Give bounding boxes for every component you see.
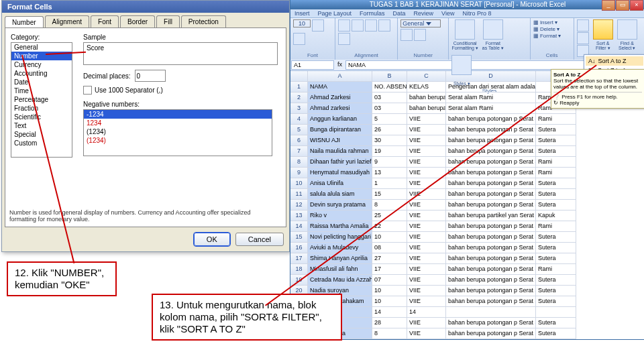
cell[interactable]: bahan berupa potongan p Serat alam <box>446 296 536 307</box>
cell[interactable]: 14 <box>407 307 446 318</box>
fontsize-box[interactable]: 10 <box>293 19 311 27</box>
ribbon-tab[interactable]: Insert <box>294 10 310 17</box>
cell[interactable]: Bunga dipirantaran <box>308 125 372 135</box>
checkbox-icon[interactable] <box>83 86 92 95</box>
cell[interactable]: 12 <box>290 200 308 210</box>
insert-button[interactable]: ▦ Insert ▾ <box>533 19 571 25</box>
conditional-formatting-icon[interactable] <box>455 19 475 40</box>
cell[interactable]: VIIE <box>407 146 446 157</box>
cell[interactable]: 11 <box>290 189 308 200</box>
merge-icon[interactable] <box>338 33 350 45</box>
cell[interactable]: Devin surya pratama <box>308 200 372 210</box>
decimal-spinner[interactable]: 0 <box>135 70 166 82</box>
cell[interactable]: B <box>372 71 407 82</box>
cell[interactable]: 6 <box>290 135 308 146</box>
cell[interactable]: 17 <box>372 264 407 275</box>
cell[interactable]: 10 <box>372 232 407 243</box>
cell[interactable]: bahan berupa potongan p Serat alam <box>446 318 536 328</box>
cell[interactable]: 4 <box>290 114 308 125</box>
cell[interactable]: WISNU AJI <box>308 135 372 146</box>
cell[interactable]: 1 <box>290 82 308 93</box>
fx-icon[interactable]: fx <box>335 60 345 70</box>
cell[interactable]: Sutera <box>536 253 576 264</box>
cell[interactable]: 18 <box>290 264 308 275</box>
cell[interactable]: 8 <box>290 157 308 168</box>
cell[interactable]: VIIE <box>407 275 446 286</box>
cell[interactable]: Serat alam Rami <box>446 93 536 103</box>
cell[interactable]: bahan berupa potongan p Serat alam <box>446 157 536 168</box>
cell-styles-icon[interactable] <box>451 55 472 75</box>
cell[interactable]: 07 <box>372 275 407 286</box>
cell[interactable]: VIIE <box>407 200 446 210</box>
fill-icon[interactable] <box>577 32 589 44</box>
cell[interactable]: 28 <box>372 318 407 328</box>
tab-font[interactable]: Font <box>91 15 119 27</box>
category-item[interactable]: Scientific <box>11 113 72 121</box>
cell[interactable]: VIIE <box>407 243 446 253</box>
category-list[interactable]: General Number Currency Accounting Date … <box>11 42 72 158</box>
negative-item[interactable]: -1234 <box>84 110 272 119</box>
cell[interactable]: bahan berupa potongan p <box>407 93 446 103</box>
cell[interactable]: Cetrada Mau ida Azzahra <box>308 275 372 286</box>
cell[interactable] <box>446 307 536 318</box>
cell[interactable]: bahan berupa potongan p Serat alam <box>446 168 536 178</box>
cell[interactable]: bahan berupa potongan p Serat alam <box>446 200 536 210</box>
cell[interactable]: 13 <box>290 210 308 221</box>
cell[interactable]: Sutera <box>536 189 576 200</box>
negative-item[interactable]: 1234 <box>84 119 272 127</box>
cell[interactable]: bahan berupa potongan p Serat alam <box>446 253 536 264</box>
cell[interactable]: VIIE <box>407 328 446 339</box>
cell[interactable]: Sutera <box>536 275 576 286</box>
cell[interactable]: Anisa Ulinifa <box>308 178 372 189</box>
cell[interactable]: Sutera <box>536 135 576 146</box>
cell[interactable]: 5 <box>372 114 407 125</box>
cell[interactable]: 15 <box>372 189 407 200</box>
bold-icon[interactable] <box>312 19 324 32</box>
tooltip-help[interactable]: ❔ Press F1 for more help. <box>553 92 642 100</box>
cell[interactable]: Sutera <box>536 296 576 307</box>
cell[interactable]: bahan berupa potongan p Serat alam <box>446 178 536 189</box>
negative-list[interactable]: -1234 1234 (1234) (1234) <box>83 109 272 156</box>
tab-border[interactable]: Border <box>120 15 155 27</box>
cell[interactable]: 14 <box>372 307 407 318</box>
minimize-button[interactable]: _ <box>602 0 615 11</box>
cell[interactable]: 03 <box>372 93 407 103</box>
cell[interactable]: 26 <box>372 125 407 135</box>
cell[interactable]: Henymatul masudiyah <box>308 168 372 178</box>
cell[interactable]: Ahmad zarkesi <box>308 103 372 114</box>
cell[interactable]: 03 <box>372 103 407 114</box>
cell[interactable]: Rami <box>536 168 576 178</box>
cell[interactable]: VIIE <box>407 210 446 221</box>
cell[interactable]: 2 <box>290 93 308 103</box>
cell[interactable]: bahan berupa potongan p Serat alam <box>446 275 536 286</box>
category-item[interactable]: Date <box>11 78 72 86</box>
cell[interactable]: NO. ABSEN <box>372 82 407 93</box>
format-as-table-icon[interactable] <box>483 19 503 40</box>
cell[interactable]: bahan berupa potongan p Serat alam <box>446 146 536 157</box>
cell[interactable]: 9 <box>372 157 407 168</box>
cell[interactable]: Ahmad Zarkesi <box>308 93 372 103</box>
ribbon-tab[interactable]: Data <box>393 10 406 17</box>
cell[interactable]: 10 <box>372 286 407 296</box>
tab-protection[interactable]: Protection <box>181 15 226 27</box>
cell[interactable]: Dihaan fathir yuri lazief fan <box>308 157 372 168</box>
category-item[interactable]: Currency <box>11 60 72 69</box>
cell[interactable]: 13 <box>372 168 407 178</box>
cell[interactable]: Rami <box>536 114 576 125</box>
cell[interactable]: Raissa Martha Amalia <box>308 221 372 232</box>
cell[interactable]: Pengertian dari serat alam adalah <box>446 82 536 93</box>
ribbon-tab[interactable]: View <box>441 10 454 17</box>
cell[interactable]: 1 <box>372 178 407 189</box>
align-icon[interactable] <box>352 19 364 32</box>
cell[interactable]: bahan berupa potongan p Serat alam <box>446 232 536 243</box>
delete-button[interactable]: ▦ Delete ▾ <box>533 26 571 32</box>
cell[interactable]: VIIE <box>407 264 446 275</box>
wrap-icon[interactable] <box>378 19 390 32</box>
cell[interactable]: VIIE <box>407 318 446 328</box>
cell[interactable]: KELAS <box>407 82 446 93</box>
cell[interactable]: bahan berupa potongan p Serat alam <box>446 189 536 200</box>
tab-alignment[interactable]: Alignment <box>45 15 89 27</box>
worksheet-grid[interactable]: ABCDE1NAMANO. ABSENKELASPengertian dari … <box>290 71 644 339</box>
cell[interactable]: Riko v <box>308 210 372 221</box>
cell[interactable]: 8 <box>372 328 407 339</box>
